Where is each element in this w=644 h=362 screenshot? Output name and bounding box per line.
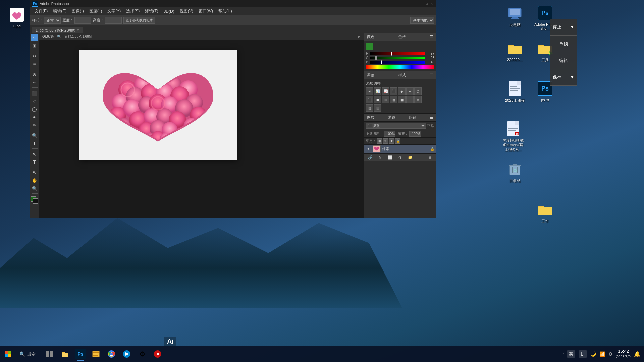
- arrow-app-taskbar[interactable]: [119, 347, 134, 361]
- menu-file[interactable]: 文件(F): [32, 8, 50, 15]
- taskbar-chinese-ime[interactable]: 拼: [579, 350, 587, 358]
- desktop-icon-ps-file[interactable]: 1.jpg: [3, 7, 30, 28]
- color-spectrum-bar[interactable]: [366, 65, 434, 69]
- stop-button[interactable]: 停止 ▼: [550, 19, 577, 36]
- r-bar-bg[interactable]: [370, 52, 425, 55]
- ps-canvas-area[interactable]: 66.67% 🔍 文档:1.68M/1.68M ▶: [39, 33, 364, 218]
- close-button[interactable]: ✕: [430, 1, 434, 6]
- layer-mask-button[interactable]: ⬜: [387, 155, 393, 161]
- save-button[interactable]: 保存 ▼: [550, 69, 577, 86]
- network-icon[interactable]: 📶: [599, 351, 605, 357]
- menu-text[interactable]: 文字(Y): [105, 8, 123, 15]
- adjust-tab[interactable]: 调整: [367, 73, 374, 78]
- adj-levels[interactable]: 📊: [374, 87, 381, 95]
- adj-vibrance[interactable]: ◆: [398, 87, 406, 95]
- adj-invert[interactable]: ▣: [398, 96, 406, 103]
- layer-new-button[interactable]: +: [417, 155, 423, 161]
- minimize-button[interactable]: ─: [419, 1, 424, 6]
- adj-color-lookup[interactable]: ▦: [390, 96, 397, 103]
- layer-fx-button[interactable]: fx: [377, 155, 383, 161]
- fill-input[interactable]: [409, 131, 421, 137]
- lock-all-icon[interactable]: 🔒: [395, 138, 400, 144]
- tool-pen[interactable]: ↖: [31, 150, 38, 158]
- tool-zoom[interactable]: 🔍: [31, 185, 38, 192]
- tool-stamp[interactable]: ◯: [31, 105, 38, 113]
- opacity-input[interactable]: [384, 131, 395, 137]
- layers-options-icon[interactable]: ☰: [430, 115, 433, 120]
- notification-center-icon[interactable]: 🔔: [634, 351, 641, 357]
- explorer-taskbar[interactable]: [89, 347, 103, 361]
- style-tab[interactable]: 样式: [398, 73, 406, 78]
- g-bar-bg[interactable]: [370, 57, 425, 59]
- taskbar-english-ime[interactable]: 英: [567, 350, 575, 358]
- ps-tab-active[interactable]: 1.jpg @ 66.7%(RGB/8#) ×: [32, 27, 83, 33]
- tool-gradient[interactable]: 🔍: [31, 132, 38, 139]
- taskbar-search[interactable]: 🔍 搜索: [16, 350, 39, 358]
- layer-delete-button[interactable]: 🗑: [427, 155, 433, 161]
- style-select[interactable]: 正常: [44, 17, 61, 24]
- layer-item-haosu[interactable]: 👁 好素 🔒: [364, 145, 436, 153]
- edit-button[interactable]: 编辑: [550, 52, 577, 69]
- layer-type-select[interactable]: ⬛ 类型: [366, 123, 426, 129]
- channels-tab[interactable]: 通道: [388, 115, 395, 120]
- taskbar-clock[interactable]: 15:42 2023/3/9: [616, 349, 631, 359]
- tool-hand[interactable]: ✋: [31, 177, 38, 184]
- adj-bw[interactable]: ⬛: [366, 96, 373, 103]
- tool-eraser[interactable]: ✏: [31, 121, 38, 129]
- tool-crop[interactable]: ⊘: [31, 71, 38, 78]
- lock-transparent-icon[interactable]: ▦: [377, 138, 382, 144]
- desktop-icon-work[interactable]: 工作: [532, 201, 558, 224]
- adj-gradient-map[interactable]: ▥: [366, 104, 373, 112]
- color-tab[interactable]: 颜色: [367, 34, 374, 39]
- layer-adjustment-button[interactable]: ◑: [397, 155, 403, 161]
- tool-eyedropper[interactable]: ✏: [31, 79, 38, 86]
- r-thumb[interactable]: [391, 52, 392, 56]
- settings-gear-icon[interactable]: ⚙: [608, 351, 613, 357]
- workspace-select[interactable]: 基本功能: [410, 17, 434, 24]
- taskview-button[interactable]: [42, 347, 57, 361]
- chrome-taskbar[interactable]: [104, 347, 119, 361]
- adj-brightness[interactable]: ☀: [366, 87, 373, 95]
- menu-layer[interactable]: 图层(L): [87, 8, 105, 15]
- menu-3d[interactable]: 3D(D): [161, 8, 177, 14]
- tool-marquee[interactable]: ⊞: [31, 42, 38, 49]
- layers-tab[interactable]: 图层: [367, 115, 374, 120]
- paths-tab[interactable]: 路径: [409, 115, 416, 120]
- tool-healing[interactable]: ⬛: [31, 89, 38, 97]
- tool-selection[interactable]: ↖: [31, 34, 38, 41]
- single-frame-button[interactable]: 单帧: [550, 36, 577, 52]
- adj-curves[interactable]: 📈: [382, 87, 389, 95]
- menu-filter[interactable]: 滤镜(T): [142, 8, 161, 15]
- b-bar-bg[interactable]: [370, 61, 425, 64]
- capture-taskbar[interactable]: [150, 347, 165, 361]
- b-thumb[interactable]: [381, 60, 382, 64]
- adj-posterize[interactable]: ⊟: [406, 96, 414, 103]
- layer-link-button[interactable]: 🔗: [367, 155, 373, 161]
- settings-taskbar[interactable]: ⚙: [135, 347, 150, 361]
- adj-selective-color[interactable]: ▤: [374, 104, 381, 112]
- ref-slice-button[interactable]: 基于参考线的切片: [123, 17, 155, 24]
- tab-close-icon[interactable]: ×: [77, 28, 79, 32]
- desktop-icon-this-pc[interactable]: 此电脑: [501, 5, 528, 28]
- width-input[interactable]: [74, 17, 91, 24]
- lock-position-icon[interactable]: ✚: [389, 138, 394, 144]
- tool-path-select[interactable]: ↖: [31, 169, 38, 176]
- expand-notifications-icon[interactable]: ^: [562, 352, 564, 356]
- photoshop-taskbar[interactable]: Ps: [73, 347, 88, 361]
- adj-threshold[interactable]: ◈: [414, 96, 422, 103]
- panel-options-icon[interactable]: ☰: [430, 35, 433, 39]
- menu-select[interactable]: 选择(S): [123, 8, 142, 15]
- foreground-color-box[interactable]: [31, 196, 38, 204]
- adj-hue[interactable]: ▼: [406, 87, 414, 95]
- g-thumb[interactable]: [375, 56, 377, 60]
- tool-text[interactable]: T: [31, 158, 38, 166]
- maximize-button[interactable]: □: [424, 1, 429, 6]
- desktop-icon-study-material[interactable]: PDF 学资料明细 教师资格考试网上报名系...: [498, 121, 528, 153]
- height-input[interactable]: [105, 17, 122, 24]
- adj-exposure[interactable]: ⬛: [390, 87, 397, 95]
- desktop-icon-recycle[interactable]: ♻ 回收站: [501, 161, 528, 184]
- tool-brush[interactable]: ⟲: [31, 97, 38, 105]
- menu-view[interactable]: 视图(V): [177, 8, 196, 15]
- menu-window[interactable]: 窗口(W): [196, 8, 216, 15]
- layer-visibility-icon[interactable]: 👁: [366, 146, 371, 152]
